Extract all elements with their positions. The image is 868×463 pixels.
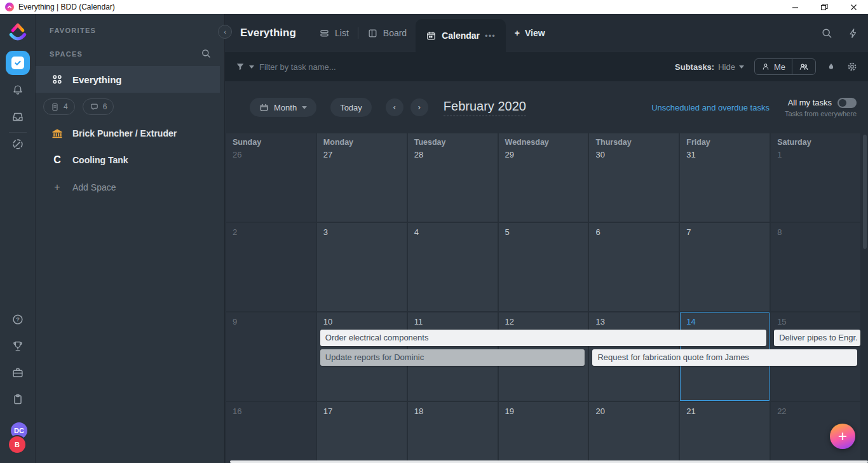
inbox-button[interactable]	[0, 110, 36, 124]
restore-button[interactable]	[810, 0, 839, 14]
me-label: Me	[774, 62, 785, 72]
date-number: 22	[777, 406, 854, 416]
day-header: Thursday	[595, 138, 672, 147]
date-number: 6	[595, 227, 672, 237]
docs-button[interactable]	[0, 393, 36, 406]
calendar-cell-7[interactable]: 7	[680, 223, 770, 311]
day-header: Sunday	[233, 138, 309, 147]
notifications-button[interactable]	[0, 83, 36, 97]
calendar-cell-31[interactable]: Friday31	[680, 133, 770, 222]
avatar[interactable]: B	[8, 435, 27, 454]
sidebar-item-brick-puncher[interactable]: Brick Puncher / Extruder	[36, 120, 225, 147]
calendar-cell-19[interactable]: 19	[499, 402, 588, 463]
day-header: Wednesday	[505, 138, 582, 147]
help-button[interactable]: ?	[0, 312, 36, 326]
calendar-cell-17[interactable]: 17	[317, 402, 407, 463]
calendar-cell-3[interactable]: 3	[317, 223, 407, 311]
subtasks-dropdown[interactable]: Subtasks: Hide	[675, 62, 744, 72]
calendar-cell-30[interactable]: Thursday30	[589, 133, 679, 222]
rail-divider	[9, 132, 27, 133]
date-number: 9	[233, 317, 309, 326]
filter-input[interactable]	[259, 62, 463, 72]
clickup-logo-icon[interactable]	[0, 21, 36, 43]
calendar-cell-29[interactable]: Wednesday29	[499, 133, 588, 222]
minimize-button[interactable]	[780, 0, 810, 14]
task-bar[interactable]: Update reports for Dominic	[320, 349, 585, 366]
calendar-cell-9[interactable]: 9	[226, 312, 316, 401]
pulse-button[interactable]	[0, 137, 36, 151]
favorites-label[interactable]: FAVORITES	[50, 27, 96, 34]
svg-text:?: ?	[16, 316, 20, 323]
task-view-active-button[interactable]	[6, 51, 30, 75]
all-my-tasks-toggle[interactable]	[837, 98, 857, 108]
calendar-cell-6[interactable]: 6	[589, 223, 679, 311]
tab-board[interactable]: Board	[358, 14, 416, 52]
prev-month-button[interactable]: ‹	[386, 98, 403, 116]
calendar-cell-1[interactable]: Saturday1	[771, 133, 860, 222]
tab-list[interactable]: List	[310, 14, 358, 52]
task-bar[interactable]: Order electrical components	[320, 330, 766, 346]
sidebar-collapse-button[interactable]: ‹	[218, 25, 232, 39]
horizontal-scrollbar[interactable]	[230, 460, 868, 463]
period-title[interactable]: February 2020	[444, 99, 526, 116]
add-task-fab[interactable]: +	[830, 424, 855, 449]
spaces-label[interactable]: SPACES	[50, 50, 83, 58]
calendar-cell-21[interactable]: 21	[680, 402, 770, 463]
tab-calendar[interactable]: Calendar •••	[416, 19, 506, 52]
calendar-cell-20[interactable]: 20	[589, 402, 679, 463]
month-view-dropdown[interactable]: Month	[250, 98, 316, 117]
add-space-button[interactable]: + Add Space	[36, 174, 225, 201]
briefcase-icon	[11, 366, 25, 380]
page-icon	[50, 102, 60, 112]
search-icon[interactable]	[820, 27, 833, 39]
filter-control[interactable]	[235, 62, 254, 72]
plus-icon: +	[50, 182, 65, 193]
tab-label: List	[335, 28, 349, 38]
sidebar-item-everything[interactable]: Everything	[36, 66, 220, 93]
add-view-button[interactable]: + View	[506, 14, 554, 52]
calendar-cell-8[interactable]: 8	[771, 223, 860, 311]
search-icon[interactable]	[200, 48, 212, 59]
calendar-cell-2[interactable]: 2	[226, 223, 316, 311]
gear-icon	[846, 61, 858, 72]
unscheduled-tasks-link[interactable]: Unscheduled and overdue tasks	[651, 103, 770, 112]
close-button[interactable]	[839, 0, 868, 14]
date-number: 2	[233, 227, 309, 237]
workspace-button[interactable]	[0, 366, 36, 380]
calendar-cell-5[interactable]: 5	[499, 223, 588, 311]
date-number: 21	[686, 406, 763, 416]
next-month-button[interactable]: ›	[410, 98, 428, 116]
today-button[interactable]: Today	[330, 98, 372, 117]
calendar-icon	[259, 103, 269, 112]
calendar-grid: Sunday26Monday27Tuesday28Wednesday29Thur…	[226, 133, 860, 463]
scrollbar-thumb[interactable]	[863, 135, 867, 249]
date-number: 20	[595, 406, 672, 416]
calendar-cell-26[interactable]: Sunday26	[226, 133, 316, 222]
date-number: 30	[595, 150, 672, 159]
vertical-scrollbar[interactable]	[862, 135, 867, 458]
me-filter-button[interactable]: Me	[755, 59, 792, 74]
calendar-cell-28[interactable]: Tuesday28	[408, 133, 498, 222]
comment-count-badge[interactable]: 6	[83, 98, 114, 115]
day-header: Tuesday	[414, 138, 491, 147]
calendar-cell-18[interactable]: 18	[408, 402, 498, 463]
help-icon: ?	[11, 312, 25, 326]
rewards-button[interactable]	[0, 339, 36, 353]
assignees-filter-button[interactable]	[792, 59, 815, 74]
list-count-badge[interactable]: 4	[43, 98, 75, 115]
settings-button[interactable]	[846, 61, 858, 72]
task-bar[interactable]: Request for fabrication quote from James	[592, 349, 857, 366]
task-bar[interactable]: Deliver pipes to Engr. E	[774, 330, 860, 346]
icon-rail: ? DC B	[0, 14, 36, 463]
caret-down-icon	[249, 65, 254, 69]
calendar-cell-4[interactable]: 4	[408, 223, 498, 311]
sidebar-item-cooling-tank[interactable]: C Cooling Tank	[36, 147, 225, 173]
calendar-cell-16[interactable]: 16	[226, 402, 316, 463]
calendar-cell-27[interactable]: Monday27	[317, 133, 407, 222]
lightning-icon[interactable]	[847, 27, 859, 39]
show-closed-button[interactable]	[826, 62, 836, 72]
tab-more-icon[interactable]: •••	[485, 31, 496, 41]
day-header: Monday	[323, 138, 400, 147]
space-initial: C	[50, 154, 65, 166]
nav-right-icons	[820, 14, 859, 52]
